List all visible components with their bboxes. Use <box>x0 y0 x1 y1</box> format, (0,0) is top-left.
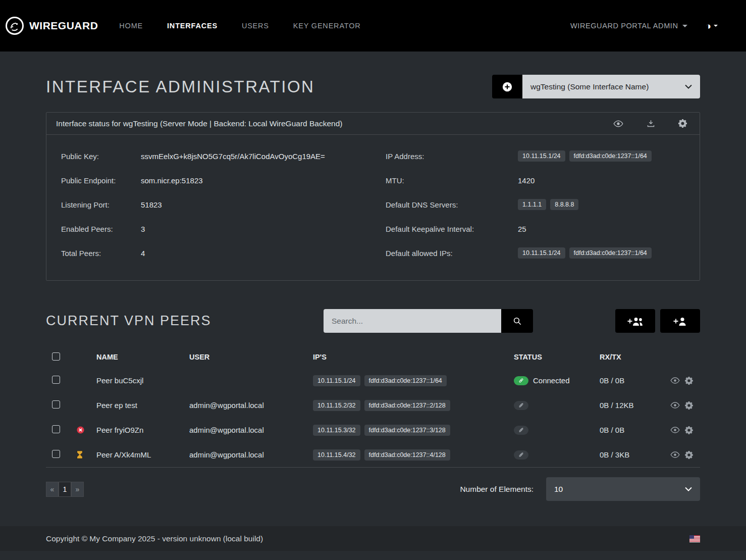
col-user: USER <box>189 353 313 361</box>
download-config-icon[interactable] <box>647 119 655 128</box>
edit-peer-gear-icon[interactable] <box>685 401 693 410</box>
user-dropdown[interactable]: WIREGUARD PORTAL ADMIN <box>570 22 687 30</box>
listening-port-label: Listening Port: <box>61 192 141 217</box>
add-interface-button[interactable] <box>492 75 522 98</box>
connected-link-icon <box>514 376 528 385</box>
peer-name: Peer A/Xk4mML <box>96 450 189 459</box>
ip-address-value: 10.11.15.1/24 fdfd:d3ad:c0de:1237::1/64 <box>518 144 700 168</box>
theme-toggle[interactable]: ◑ <box>706 21 718 31</box>
edit-peer-gear-icon[interactable] <box>685 426 693 434</box>
pagination-page-1[interactable]: 1 <box>59 482 71 497</box>
chevron-down-icon <box>714 25 718 27</box>
view-peer-eye-icon[interactable] <box>670 427 680 433</box>
row-select-checkbox[interactable] <box>52 376 60 384</box>
peer-ip-badge: fdfd:d3ad:c0de:1237::3/128 <box>364 425 450 436</box>
theme-toggle-icon: ◑ <box>706 21 711 31</box>
page-title: INTERFACE ADMINISTRATION <box>46 77 314 96</box>
interface-select-value: wgTesting (Some Interface Name) <box>530 82 649 91</box>
wireguard-logo-icon <box>5 16 24 35</box>
peer-row: Peer fryiO9Zn admin@wgportal.local 10.11… <box>46 418 700 442</box>
peer-rxtx: 0B / 3KB <box>600 450 665 459</box>
page-size-label: Number of Elements: <box>460 485 534 494</box>
disconnected-link-slash-icon <box>514 401 528 410</box>
peer-ip-badge: 10.11.15.3/32 <box>313 425 360 436</box>
peer-row: Peer A/Xk4mML admin@wgportal.local 10.11… <box>46 442 700 467</box>
view-peer-eye-icon[interactable] <box>670 402 680 409</box>
brand-text: WireGuard <box>29 20 98 32</box>
pagination-next[interactable]: » <box>71 482 84 497</box>
add-peer-button[interactable] <box>660 309 700 333</box>
copyright-text: Copyright © My Company 2025 - version un… <box>46 534 263 543</box>
footer: Copyright © My Company 2025 - version un… <box>0 526 746 551</box>
language-us-flag-icon[interactable] <box>689 535 700 542</box>
main-nav: HOME INTERFACES USERS KEY GENERATOR <box>119 22 360 30</box>
nav-item-interfaces[interactable]: INTERFACES <box>167 22 218 30</box>
pagination-prev[interactable]: « <box>46 482 59 497</box>
search-icon <box>513 317 522 326</box>
plus-circle-icon <box>502 81 513 92</box>
ip-badge: fdfd:d3ad:c0de:1237::1/64 <box>569 150 652 162</box>
edit-peer-gear-icon[interactable] <box>685 377 693 385</box>
chevron-down-icon <box>682 25 687 27</box>
edit-peer-gear-icon[interactable] <box>685 451 693 459</box>
peer-ip-badge: fdfd:d3ad:c0de:1237::4/128 <box>364 449 450 461</box>
peer-name: Peer buC5cxjl <box>96 376 189 385</box>
col-status: STATUS <box>514 353 600 361</box>
peer-user: admin@wgportal.local <box>189 401 313 410</box>
page-size-select[interactable]: 10 <box>546 477 700 501</box>
page-size-value: 10 <box>554 485 563 494</box>
peer-rxtx: 0B / 12KB <box>600 401 665 410</box>
search-input[interactable] <box>324 309 501 333</box>
disconnected-link-slash-icon <box>514 450 528 460</box>
allowed-ip-badge: 10.11.15.1/24 <box>518 247 565 259</box>
peer-rxtx: 0B / 0B <box>600 376 665 385</box>
peer-status-label: Connected <box>533 376 570 385</box>
total-peers-label: Total Peers: <box>61 241 141 265</box>
dns-servers-value: 1.1.1.1 8.8.8.8 <box>518 192 700 217</box>
enabled-peers-label: Enabled Peers: <box>61 217 141 241</box>
public-key-value: ssvmEelxG+k8jsNO5G7cq5r/Ak7liCodAvOyoCg1… <box>141 144 386 168</box>
dns-badge: 8.8.8.8 <box>550 199 578 210</box>
nav-item-users[interactable]: USERS <box>242 22 269 30</box>
disconnected-link-slash-icon <box>514 426 528 435</box>
nav-item-home[interactable]: HOME <box>119 22 143 30</box>
peers-table-header: NAME USER IP'S STATUS RX/TX <box>46 346 700 368</box>
select-all-checkbox[interactable] <box>52 352 60 361</box>
brand[interactable]: WireGuard <box>5 16 98 35</box>
navbar: WireGuard HOME INTERFACES USERS KEY GENE… <box>0 0 746 52</box>
view-config-eye-icon[interactable] <box>613 120 623 127</box>
row-select-checkbox[interactable] <box>52 450 60 458</box>
pagination: « 1 » <box>46 482 84 497</box>
peer-expired-x-circle-icon <box>76 426 85 434</box>
col-rxtx: RX/TX <box>600 353 665 361</box>
view-peer-eye-icon[interactable] <box>670 451 680 458</box>
chevron-down-icon <box>685 84 692 89</box>
add-multiple-peers-button[interactable] <box>615 309 655 333</box>
peer-name: Peer fryiO9Zn <box>96 426 189 434</box>
search-button[interactable] <box>501 309 533 333</box>
peer-row: Peer buC5cxjl 10.11.15.1/24 fdfd:d3ad:c0… <box>46 368 700 393</box>
interface-settings-gear-icon[interactable] <box>678 119 687 128</box>
keepalive-value: 25 <box>518 217 700 241</box>
view-peer-eye-icon[interactable] <box>670 377 680 384</box>
add-users-icon <box>627 316 644 326</box>
keepalive-label: Default Keepalive Interval: <box>386 217 518 241</box>
allowed-ip-badge: fdfd:d3ad:c0de:1237::1/64 <box>569 247 652 259</box>
row-select-checkbox[interactable] <box>52 425 60 433</box>
user-dropdown-label: WIREGUARD PORTAL ADMIN <box>570 22 678 30</box>
interface-select[interactable]: wgTesting (Some Interface Name) <box>522 75 700 98</box>
add-user-icon <box>673 316 687 326</box>
peer-user: admin@wgportal.local <box>189 426 313 434</box>
dns-servers-label: Default DNS Servers: <box>386 192 518 217</box>
peer-row: Peer ep test admin@wgportal.local 10.11.… <box>46 393 700 418</box>
peer-rxtx: 0B / 0B <box>600 426 665 434</box>
col-ips: IP'S <box>313 353 514 361</box>
chevron-down-icon <box>685 487 692 491</box>
row-select-checkbox[interactable] <box>52 400 60 409</box>
listening-port-value: 51823 <box>141 192 386 217</box>
allowed-ips-label: Default allowed IPs: <box>386 241 518 265</box>
dns-badge: 1.1.1.1 <box>518 199 546 210</box>
nav-item-key-generator[interactable]: KEY GENERATOR <box>293 22 361 30</box>
peer-ip-badge: fdfd:d3ad:c0de:1237::2/128 <box>364 400 450 411</box>
total-peers-value: 4 <box>141 241 386 265</box>
